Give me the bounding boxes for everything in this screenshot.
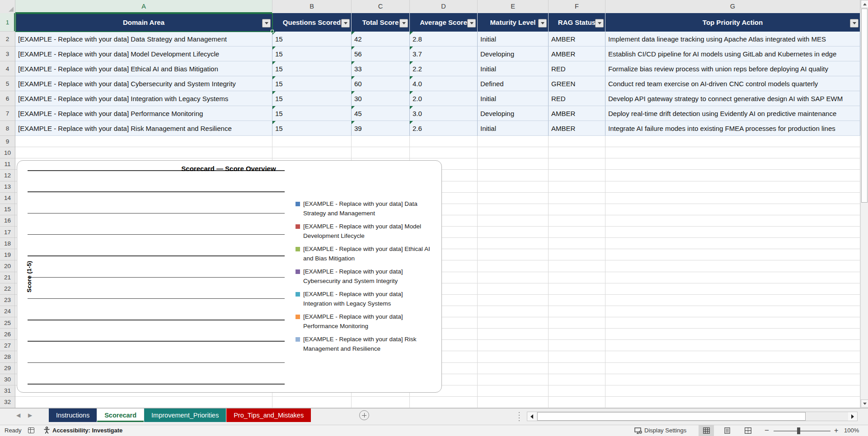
cell-E5[interactable]: Defined bbox=[478, 76, 549, 91]
row-header-31[interactable]: 31 bbox=[0, 385, 15, 397]
cell-G31[interactable] bbox=[605, 385, 860, 397]
table-header-cell[interactable]: Average Score bbox=[410, 13, 478, 32]
cell-G25[interactable] bbox=[605, 317, 860, 329]
cell-B2[interactable]: 15 bbox=[272, 32, 352, 46]
cell-C6[interactable]: 30 bbox=[352, 91, 410, 106]
cell-E2[interactable]: Initial bbox=[478, 32, 549, 46]
table-header-cell[interactable]: Total Score bbox=[352, 13, 410, 32]
column-header-A[interactable]: A bbox=[15, 0, 272, 13]
cell-E27[interactable] bbox=[478, 340, 549, 351]
cell-E21[interactable] bbox=[478, 272, 549, 283]
cell-E26[interactable] bbox=[478, 329, 549, 340]
cell-F31[interactable] bbox=[549, 385, 605, 397]
cell-G22[interactable] bbox=[605, 283, 860, 295]
zoom-level-label[interactable]: 100% bbox=[844, 427, 859, 434]
cell-G19[interactable] bbox=[605, 249, 860, 260]
cell-D5[interactable]: 4.0 bbox=[410, 76, 478, 91]
cell-G15[interactable] bbox=[605, 204, 860, 215]
cell-E25[interactable] bbox=[478, 317, 549, 329]
cell-E4[interactable]: Initial bbox=[478, 61, 549, 76]
cell-F32[interactable] bbox=[549, 397, 605, 408]
legend-item[interactable]: [EXAMPLE - Replace with your data] Model… bbox=[296, 222, 431, 241]
selection-fill-handle[interactable] bbox=[271, 30, 274, 33]
table-header-cell[interactable]: Domain Area bbox=[15, 13, 272, 32]
filter-dropdown-button[interactable] bbox=[538, 19, 547, 28]
cell-C3[interactable]: 56 bbox=[352, 46, 410, 61]
row-header-20[interactable]: 20 bbox=[0, 260, 15, 272]
cell-D2[interactable]: 2.8 bbox=[410, 32, 478, 46]
cell-B8[interactable]: 15 bbox=[272, 121, 352, 136]
cell-G17[interactable] bbox=[605, 227, 860, 238]
cell-F15[interactable] bbox=[549, 204, 605, 215]
cell-G26[interactable] bbox=[605, 329, 860, 340]
row-header-10[interactable]: 10 bbox=[0, 147, 15, 158]
cell-A32[interactable] bbox=[15, 397, 272, 408]
row-header-8[interactable]: 8 bbox=[0, 121, 15, 136]
accessibility-status-label[interactable]: Accessibility: Investigate bbox=[52, 427, 122, 434]
cell-E12[interactable] bbox=[478, 170, 549, 181]
cell-B4[interactable]: 15 bbox=[272, 61, 352, 76]
cell-F12[interactable] bbox=[549, 170, 605, 181]
cell-F18[interactable] bbox=[549, 238, 605, 249]
cell-F7[interactable]: AMBER bbox=[549, 106, 605, 121]
row-header-4[interactable]: 4 bbox=[0, 61, 15, 76]
cell-E3[interactable]: Developing bbox=[478, 46, 549, 61]
zoom-out-button[interactable]: − bbox=[765, 426, 769, 435]
cell-A6[interactable]: [EXAMPLE - Replace with your data] Integ… bbox=[15, 91, 272, 106]
row-header-21[interactable]: 21 bbox=[0, 272, 15, 283]
row-header-28[interactable]: 28 bbox=[0, 351, 15, 362]
cell-G30[interactable] bbox=[605, 374, 860, 385]
cell-E8[interactable]: Initial bbox=[478, 121, 549, 136]
cell-F27[interactable] bbox=[549, 340, 605, 351]
cell-G3[interactable]: Establish CI/CD pipeline for AI models u… bbox=[605, 46, 860, 61]
cell-E19[interactable] bbox=[478, 249, 549, 260]
column-header-E[interactable]: E bbox=[478, 0, 549, 13]
cell-F11[interactable] bbox=[549, 158, 605, 170]
cell-F5[interactable]: GREEN bbox=[549, 76, 605, 91]
cell-G14[interactable] bbox=[605, 193, 860, 204]
filter-dropdown-button[interactable] bbox=[467, 19, 476, 28]
cell-D6[interactable]: 2.0 bbox=[410, 91, 478, 106]
row-header-14[interactable]: 14 bbox=[0, 193, 15, 204]
cell-G27[interactable] bbox=[605, 340, 860, 351]
cell-F22[interactable] bbox=[549, 283, 605, 295]
row-header-15[interactable]: 15 bbox=[0, 204, 15, 215]
macro-record-icon[interactable] bbox=[28, 427, 34, 433]
cell-E31[interactable] bbox=[478, 385, 549, 397]
cell-D3[interactable]: 3.7 bbox=[410, 46, 478, 61]
page-break-preview-button[interactable] bbox=[740, 425, 755, 436]
cell-B6[interactable]: 15 bbox=[272, 91, 352, 106]
new-sheet-button[interactable] bbox=[359, 410, 369, 420]
filter-dropdown-button[interactable] bbox=[850, 19, 859, 28]
row-header-32[interactable]: 32 bbox=[0, 397, 15, 408]
cell-E30[interactable] bbox=[478, 374, 549, 385]
cell-G8[interactable]: Integrate AI failure modes into existing… bbox=[605, 121, 860, 136]
cell-G9[interactable] bbox=[605, 136, 860, 147]
cell-F3[interactable]: AMBER bbox=[549, 46, 605, 61]
cell-F25[interactable] bbox=[549, 317, 605, 329]
zoom-slider-track[interactable] bbox=[774, 431, 830, 431]
cell-E13[interactable] bbox=[478, 181, 549, 193]
cell-E28[interactable] bbox=[478, 351, 549, 362]
scroll-left-button[interactable] bbox=[527, 412, 536, 421]
table-header-cell[interactable]: Top Priority Action bbox=[605, 13, 860, 32]
row-header-7[interactable]: 7 bbox=[0, 106, 15, 121]
filter-dropdown-button[interactable] bbox=[341, 19, 350, 28]
filter-dropdown-button[interactable] bbox=[595, 19, 604, 28]
cell-C8[interactable]: 39 bbox=[352, 121, 410, 136]
scroll-up-button[interactable] bbox=[861, 0, 868, 8]
cell-F4[interactable]: RED bbox=[549, 61, 605, 76]
cell-F16[interactable] bbox=[549, 215, 605, 227]
cell-A10[interactable] bbox=[15, 147, 272, 158]
horizontal-scrollbar[interactable] bbox=[527, 412, 858, 421]
cell-E10[interactable] bbox=[478, 147, 549, 158]
legend-item[interactable]: [EXAMPLE - Replace with your data] Ethic… bbox=[296, 245, 431, 263]
cell-F28[interactable] bbox=[549, 351, 605, 362]
accessibility-icon[interactable] bbox=[43, 427, 50, 435]
legend-item[interactable]: [EXAMPLE - Replace with your data] Cyber… bbox=[296, 267, 431, 286]
cell-B5[interactable]: 15 bbox=[272, 76, 352, 91]
cell-D32[interactable] bbox=[410, 397, 478, 408]
cell-B9[interactable] bbox=[272, 136, 352, 147]
display-settings-icon[interactable] bbox=[634, 427, 643, 436]
column-header-B[interactable]: B bbox=[272, 0, 352, 13]
